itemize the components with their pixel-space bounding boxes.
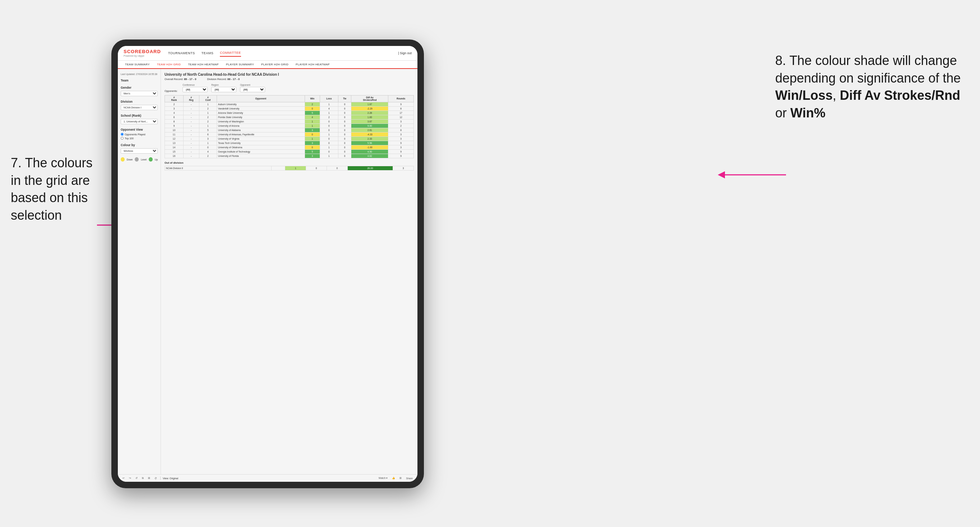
- toolbar-grid2[interactable]: ⊞: [398, 476, 403, 480]
- cell-rounds: 9: [388, 154, 414, 158]
- cell-rounds: 9: [388, 102, 414, 106]
- annotation-right-bold1: Win/Loss: [775, 88, 833, 103]
- sub-nav-player-h2h-heatmap[interactable]: PLAYER H2H HEATMAP: [294, 61, 331, 68]
- bottom-toolbar: ↩ ↪ ↺ ⧉ ⊞ ⏱ View: Original Watch ▾ 👍 ⊞ S…: [118, 474, 417, 482]
- sign-out-link[interactable]: | Sign out: [398, 51, 412, 55]
- annotation-right-bold3: Win%: [790, 106, 826, 120]
- cell-reg: -: [183, 111, 199, 115]
- cell-tie: 0: [338, 149, 352, 154]
- cell-rounds: 3: [388, 132, 414, 137]
- radio-top-100[interactable]: Top 100: [121, 137, 158, 140]
- table-row: 10 - 5 University of Alabama 3 0 0 2.61 …: [165, 128, 414, 132]
- cell-diff: 2.28: [352, 111, 388, 115]
- table-row: 8 - 2 University of Washington 1 0 0 3.6…: [165, 119, 414, 124]
- cell-win: 3: [305, 141, 320, 145]
- cell-div-win: 1: [285, 166, 306, 170]
- cell-rank: 12: [165, 137, 184, 141]
- grid-records: Overall Record: 89 - 17 - 0 Division Rec…: [164, 78, 414, 81]
- sub-nav-team-h2h-grid[interactable]: TEAM H2H GRID: [156, 61, 183, 69]
- cell-conf: 1: [199, 141, 216, 145]
- opponent-select[interactable]: (All): [240, 87, 265, 92]
- toolbar-thumbs[interactable]: 👍: [391, 476, 396, 480]
- cell-opponent: University of Alabama: [217, 128, 305, 132]
- toolbar-grid[interactable]: ⊞: [147, 476, 151, 480]
- cell-tie: 0: [338, 132, 352, 137]
- cell-rounds: 12: [388, 115, 414, 119]
- table-header-row: #Rank #Reg #Conf Opponent Win Loss Tie D…: [165, 95, 414, 102]
- th-reg: #Reg: [183, 95, 199, 102]
- nav-teams[interactable]: TEAMS: [202, 50, 214, 56]
- cell-loss: 1: [320, 132, 338, 137]
- nav-committee[interactable]: COMMITTEE: [220, 49, 241, 57]
- cell-reg: -: [183, 119, 199, 124]
- cell-diff: 5.56: [352, 141, 388, 145]
- cell-loss: 1: [320, 145, 338, 149]
- toolbar-back[interactable]: ↺: [134, 476, 138, 480]
- toolbar-clock[interactable]: ⏱: [153, 476, 158, 480]
- cell-win: 2: [305, 102, 320, 106]
- toolbar-sep: [160, 476, 161, 480]
- cell-tie: 0: [338, 115, 352, 119]
- cell-opponent: Georgia Institute of Technology: [217, 149, 305, 154]
- toolbar-view-label[interactable]: View: Original: [163, 477, 178, 479]
- cell-conf: 2: [199, 154, 216, 158]
- cell-reg: -: [183, 102, 199, 106]
- region-select[interactable]: (All): [211, 87, 236, 92]
- cell-tie: 0: [338, 124, 352, 128]
- team-section: Team: [121, 79, 158, 82]
- school-select[interactable]: 1. University of Nort...: [121, 119, 158, 124]
- toolbar-share[interactable]: Share: [405, 476, 414, 480]
- colour-by-select[interactable]: Win/loss: [121, 148, 158, 154]
- cell-rounds: 8: [388, 106, 414, 111]
- cell-win: 5: [305, 111, 320, 115]
- cell-reg: -: [183, 124, 199, 128]
- cell-tie: 0: [338, 154, 352, 158]
- cell-conf: 6: [199, 132, 216, 137]
- cell-conf: 5: [199, 128, 216, 132]
- cell-rounds: 3: [388, 145, 414, 149]
- sub-nav-player-summary[interactable]: PLAYER SUMMARY: [224, 61, 255, 68]
- nav-tournaments[interactable]: TOURNAMENTS: [168, 50, 195, 56]
- cell-win: 1: [305, 137, 320, 141]
- cell-rounds: 8: [388, 128, 414, 132]
- cell-rank: 13: [165, 141, 184, 145]
- th-win: Win: [305, 95, 320, 102]
- cell-rounds: 9: [388, 149, 414, 154]
- radio-opponents-played[interactable]: Opponents Played: [121, 133, 158, 136]
- annotation-right: 8. The colour shade will change dependin…: [775, 52, 962, 122]
- cell-diff: -4.33: [352, 132, 388, 137]
- cell-reg: -: [183, 132, 199, 137]
- cell-div-spacer: [272, 166, 285, 170]
- conference-label: Conference: [183, 84, 208, 86]
- cell-tie: 0: [338, 106, 352, 111]
- th-diff: Diff AvStrokes/Rnd: [352, 95, 388, 102]
- cell-tie: 0: [338, 137, 352, 141]
- table-row: 16 - 2 University of Florida 3 1 0 4.62 …: [165, 154, 414, 158]
- table-row: 13 - 1 Texas Tech University 3 0 0 5.56 …: [165, 141, 414, 145]
- region-label: Region: [211, 84, 236, 86]
- cell-rounds: 2: [388, 124, 414, 128]
- toolbar-copy[interactable]: ⧉: [141, 476, 145, 480]
- toolbar-undo[interactable]: ↩: [121, 476, 126, 480]
- toolbar-watch[interactable]: Watch ▾: [377, 476, 389, 480]
- conference-select[interactable]: (All): [183, 87, 208, 92]
- cell-loss: 0: [320, 119, 338, 124]
- sub-nav-team-summary[interactable]: TEAM SUMMARY: [124, 61, 151, 68]
- annotation-left: 7. The colours in the grid are based on …: [11, 154, 104, 224]
- cell-opponent: University of Virginia: [217, 137, 305, 141]
- table-row: 4 - 1 Arizona State University 5 1 0 2.2…: [165, 111, 414, 115]
- cell-diff: 2.33: [352, 137, 388, 141]
- division-select[interactable]: NCAA Division I: [121, 105, 158, 110]
- main-content: Last Updated: 27/03/2024 16:55:38 Team G…: [118, 69, 417, 474]
- cell-loss: 1: [320, 111, 338, 115]
- cell-conf: 2: [199, 106, 216, 111]
- sub-nav-team-h2h-heatmap[interactable]: TEAM H2H HEATMAP: [186, 61, 220, 68]
- sub-nav-player-h2h-grid[interactable]: PLAYER H2H GRID: [260, 61, 290, 68]
- toolbar-redo[interactable]: ↪: [128, 476, 132, 480]
- cell-reg: -: [183, 115, 199, 119]
- cell-rank: 4: [165, 111, 184, 115]
- gender-select[interactable]: Men's: [121, 91, 158, 96]
- school-section: School (Rank) 1. University of Nort...: [121, 114, 158, 124]
- cell-diff: 2.61: [352, 128, 388, 132]
- cell-win: 3: [305, 154, 320, 158]
